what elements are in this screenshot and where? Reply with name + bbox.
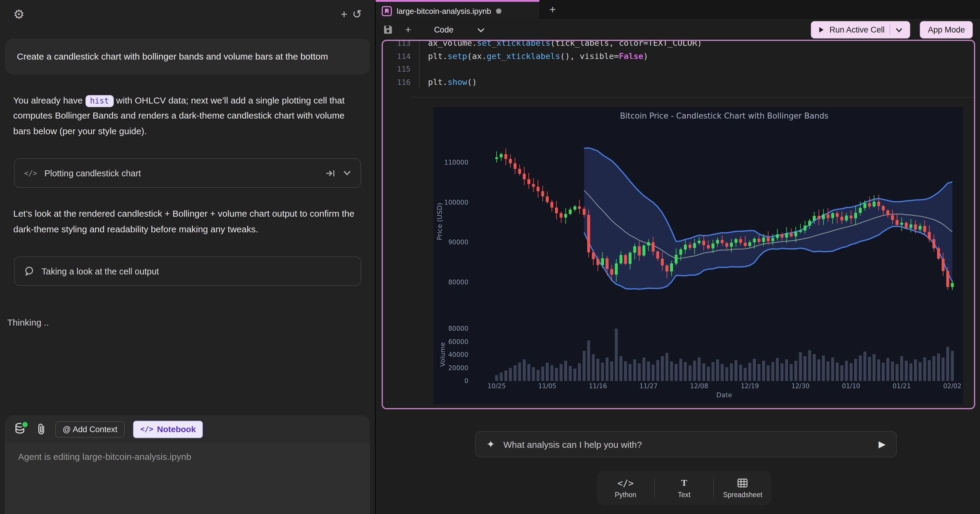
app-mode-label: App Mode [928,25,965,34]
cell-type-dropdown[interactable]: Code [434,25,485,34]
tab-title: large-bitcoin-analysis.ipynb [397,6,491,15]
svg-text:80000: 80000 [448,325,468,332]
thinking-status: Thinking .. [7,317,375,328]
tool-text-label: Text [678,491,690,498]
run-button-divider [890,25,891,35]
python-code-icon: </> [617,477,633,489]
code-line[interactable]: 115 [383,63,974,76]
data-source-icon[interactable] [14,423,28,436]
tab-large-bitcoin-analysis[interactable]: large-bitcoin-analysis.ipynb [375,0,539,20]
svg-text:02/02: 02/02 [943,382,962,390]
svg-text:90000: 90000 [448,239,468,246]
svg-text:01/21: 01/21 [893,382,911,390]
tool-card-cell-output[interactable]: Taking a look at the cell output [14,256,361,286]
svg-text:60000: 60000 [448,338,468,345]
add-cell-plus-icon[interactable]: + [403,22,414,37]
sparkle-icon: ✦ [487,438,495,450]
notebook-mode-button[interactable]: </> Notebook [133,420,203,438]
composer-placeholder: Agent is editing large-bitcoin-analysis.… [18,451,191,461]
cell-output-divider [410,97,974,97]
svg-text:80000: 80000 [448,278,468,286]
cell-tools-row: </> Python T Text Spreadsheet [597,471,772,505]
composer-input[interactable]: Agent is editing large-bitcoin-analysis.… [5,443,370,514]
run-options-chevron-icon[interactable] [896,27,903,32]
svg-text:100000: 100000 [444,199,468,206]
user-message-bubble: Create a candlestick chart with bollinge… [5,38,370,74]
chart-output-image: Bitcoin Price - Candlestick Chart with B… [433,107,963,404]
tool-python-label: Python [615,491,636,498]
cell-type-chevron-icon [477,27,485,32]
data-source-status-dot [21,421,29,428]
send-icon[interactable]: ▶ [878,439,886,450]
tool-card-cell-output-label: Taking a look at the cell output [41,266,351,276]
svg-text:Date: Date [716,391,732,399]
svg-text:12/19: 12/19 [741,382,759,390]
history-icon[interactable]: ↺ [350,6,364,22]
active-cell[interactable]: 113ax_volume.set_xticklabels(tick_labels… [382,40,975,409]
user-message-text: Create a candlestick chart with bollinge… [17,51,328,61]
assistant-message-2: Let’s look at the rendered candlestick +… [13,206,358,237]
assistant-message-1-pre: You already have [13,95,85,105]
app-root: ⚙ + ↺ Create a candlestick chart with bo… [0,0,980,514]
add-context-label: @ Add Context [63,425,118,434]
tab-bar-filler [566,0,980,20]
new-tab-button[interactable]: + [539,0,566,20]
svg-text:110000: 110000 [444,159,468,166]
unsaved-changes-dot [496,8,501,14]
svg-text:20000: 20000 [448,364,468,372]
save-icon[interactable] [383,25,393,35]
tab-bar: large-bitcoin-analysis.ipynb + [375,0,980,20]
insert-cell-icon[interactable] [326,169,336,177]
analysis-input-placeholder: What analysis can I help you with? [504,439,870,449]
tool-python-button[interactable]: </> Python [597,471,655,505]
code-line[interactable]: 113ax_volume.set_xticklabels(tick_labels… [383,40,974,50]
run-play-icon [819,27,824,33]
cell-output: Bitcoin Price - Candlestick Chart with B… [433,107,963,407]
cell-output-look-icon [24,266,34,276]
run-active-cell-button[interactable]: Run Active Cell [811,21,910,38]
code-brackets-icon: </> [24,169,37,177]
tool-spreadsheet-label: Spreadsheet [723,491,762,498]
settings-gear-icon[interactable]: ⚙ [11,5,27,22]
svg-text:11/16: 11/16 [589,382,607,390]
svg-text:01/10: 01/10 [842,382,860,390]
code-lines: 113ax_volume.set_xticklabels(tick_labels… [383,40,974,92]
notebook-mode-label: Notebook [157,424,196,434]
svg-text:11/05: 11/05 [538,382,557,390]
chevron-down-icon[interactable] [343,170,351,176]
inline-code-hist: hist [85,95,114,107]
add-context-button[interactable]: @ Add Context [56,421,125,437]
code-line[interactable]: 114plt.setp(ax.get_xticklabels(), visibl… [383,50,974,63]
notebook-panel: large-bitcoin-analysis.ipynb + + Code Ru… [375,0,980,514]
notebook-toolbar: + Code Run Active Cell App Mode [375,20,980,40]
text-T-icon: T [681,477,687,489]
code-line[interactable]: 116plt.show() [383,76,974,89]
spreadsheet-grid-icon [738,477,748,489]
svg-text:12/30: 12/30 [791,382,810,390]
notebook-bookmark-icon [382,6,392,16]
svg-text:11/27: 11/27 [639,382,658,390]
new-chat-plus-icon[interactable]: + [338,6,350,22]
svg-text:Price (USD): Price (USD) [436,203,443,240]
svg-text:10/25: 10/25 [488,382,506,390]
assistant-message-1: You already have hist with OHLCV data; n… [13,92,358,138]
cell-type-value: Code [434,25,453,34]
new-tab-plus-label: + [549,3,555,16]
app-mode-button[interactable]: App Mode [920,21,973,38]
svg-text:Bitcoin Price - Candlestick Ch: Bitcoin Price - Candlestick Chart with B… [620,111,828,120]
svg-text:40000: 40000 [448,351,468,358]
tool-text-button[interactable]: T Text [655,471,713,505]
composer-toolbar: @ Add Context </> Notebook [5,415,370,443]
tool-card-plotting-label: Plotting candlestick chart [44,168,318,178]
svg-text:12/08: 12/08 [690,382,708,390]
run-active-cell-label: Run Active Cell [829,25,885,34]
analysis-chat-input[interactable]: ✦ What analysis can I help you with? ▶ [475,431,897,457]
tool-spreadsheet-button[interactable]: Spreadsheet [714,471,772,505]
chat-panel-header: ⚙ + ↺ [0,0,375,28]
tool-card-plotting[interactable]: </> Plotting candlestick chart [14,158,361,188]
svg-text:0: 0 [465,377,468,385]
attach-paperclip-icon[interactable] [36,423,47,435]
chat-messages: Create a candlestick chart with bollinge… [0,28,375,415]
chat-panel: ⚙ + ↺ Create a candlestick chart with bo… [0,0,375,514]
notebook-code-icon: </> [140,425,153,433]
